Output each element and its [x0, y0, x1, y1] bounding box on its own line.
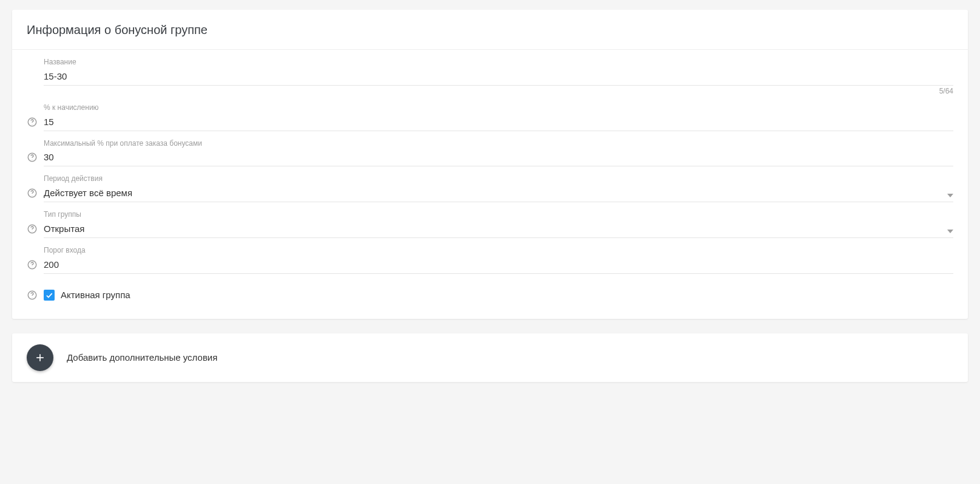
help-icon[interactable]	[27, 223, 38, 234]
svg-point-3	[32, 160, 33, 160]
card-body: Название 5/64 % к начислению	[12, 50, 968, 319]
field-percent-row: % к начислению	[27, 103, 953, 131]
svg-point-5	[32, 195, 33, 196]
card-header: Информация о бонусной группе	[12, 10, 968, 50]
field-active-row: Активная группа	[27, 290, 953, 301]
svg-point-11	[32, 297, 33, 298]
add-conditions-button[interactable]	[27, 344, 53, 371]
field-maxpercent-row: Максимальный % при оплате заказа бонусам…	[27, 138, 953, 167]
svg-point-9	[32, 267, 33, 267]
add-conditions-label: Добавить дополнительные условия	[67, 352, 217, 363]
svg-point-1	[32, 124, 33, 124]
help-icon[interactable]	[27, 259, 38, 270]
field-period-label: Период действия	[44, 174, 953, 184]
bonus-group-card: Информация о бонусной группе Название 5/…	[12, 10, 968, 319]
period-select[interactable]: Действует всё время	[44, 185, 953, 202]
help-icon[interactable]	[27, 152, 38, 163]
field-name-label: Название	[44, 57, 953, 67]
help-icon[interactable]	[27, 290, 38, 301]
threshold-input[interactable]	[44, 257, 953, 274]
svg-point-7	[32, 231, 33, 231]
field-name-row: Название	[27, 57, 953, 86]
add-conditions-card: Добавить дополнительные условия	[12, 333, 968, 382]
field-period-row: Период действия Действует всё время	[27, 174, 953, 202]
name-char-counter: 5/64	[27, 86, 953, 95]
field-maxpercent-label: Максимальный % при оплате заказа бонусам…	[44, 138, 953, 149]
field-percent-label: % к начислению	[44, 103, 953, 113]
field-threshold-label: Порог входа	[44, 245, 953, 256]
field-grouptype-row: Тип группы Открытая	[27, 210, 953, 238]
active-checkbox[interactable]	[44, 290, 55, 301]
card-title: Информация о бонусной группе	[27, 23, 953, 37]
name-input[interactable]	[44, 69, 953, 86]
grouptype-select[interactable]: Открытая	[44, 221, 953, 238]
percent-input[interactable]	[44, 114, 953, 131]
field-grouptype-label: Тип группы	[44, 210, 953, 220]
field-threshold-row: Порог входа	[27, 245, 953, 274]
active-checkbox-label: Активная группа	[61, 290, 130, 300]
help-icon[interactable]	[27, 117, 38, 128]
help-icon[interactable]	[27, 188, 38, 199]
maxpercent-input[interactable]	[44, 149, 953, 166]
